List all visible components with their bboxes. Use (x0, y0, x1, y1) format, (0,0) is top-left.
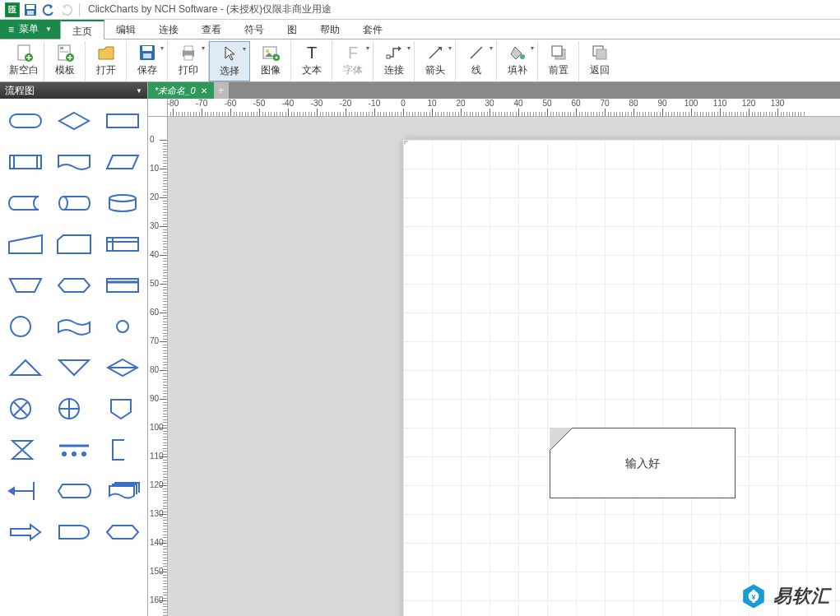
ribbon-template[interactable]: 模板 (44, 41, 86, 81)
ribbon-label: 返回 (590, 63, 610, 77)
shape-card2[interactable] (99, 268, 146, 303)
tab-help[interactable]: 帮助 (309, 20, 351, 39)
tab-view[interactable]: 查看 (190, 20, 233, 39)
chevron-down-icon: ▾ (448, 44, 452, 52)
ribbon-connect[interactable]: ▾ 连接 (374, 41, 415, 81)
svg-point-33 (59, 197, 67, 210)
shape-connector[interactable] (2, 309, 49, 344)
shape-preparation[interactable] (50, 268, 97, 303)
shape-terminator[interactable] (2, 104, 49, 138)
canvas-area[interactable]: -90-80-70-60-50-40-30-20-100102030405060… (148, 99, 840, 616)
save-icon (137, 43, 157, 63)
shape-document[interactable] (50, 145, 97, 179)
shape-arrow-right[interactable] (2, 515, 49, 549)
ribbon-text[interactable]: T 文本 (291, 41, 332, 81)
shape-extract[interactable] (2, 350, 49, 385)
fill-icon (508, 43, 527, 63)
shape-process[interactable] (99, 104, 146, 138)
shape-card[interactable] (50, 227, 97, 262)
new-tab-button[interactable]: + (214, 82, 229, 99)
close-icon[interactable]: ✕ (201, 86, 207, 95)
tab-symbol[interactable]: 符号 (233, 20, 276, 39)
document-tab[interactable]: *未命名_0 ✕ (148, 82, 214, 99)
tab-diagram[interactable]: 图 (276, 20, 309, 39)
ribbon-label: 新空白 (9, 63, 39, 77)
shape-decision[interactable] (50, 104, 97, 138)
bring-front-icon (549, 43, 569, 63)
ruler-corner (148, 99, 168, 117)
menu-tabs-row: ≡ 菜单 ▼ 主页 编辑 连接 查看 符号 图 帮助 套件 (0, 20, 840, 39)
title-bar: 匝 ClickCharts by NCH Software - (未授权)仅限非… (0, 0, 840, 20)
ribbon-new-blank[interactable]: 新空白 (3, 41, 44, 81)
window-title: ClickCharts by NCH Software - (未授权)仅限非商业… (88, 2, 332, 16)
main-menu-button[interactable]: ≡ 菜单 ▼ (0, 20, 60, 39)
shape-delay[interactable] (50, 515, 97, 549)
shape-internal-storage[interactable] (99, 227, 146, 262)
shape-manual-input[interactable] (2, 227, 49, 262)
shape-tape[interactable] (50, 309, 97, 344)
shape-predefined[interactable] (2, 145, 49, 179)
svg-point-40 (117, 321, 128, 332)
shape-collate[interactable] (2, 433, 49, 467)
shape-multidoc[interactable] (99, 474, 146, 508)
undo-icon[interactable] (41, 2, 56, 17)
svg-point-49 (63, 452, 66, 456)
chevron-down-icon: ▾ (490, 44, 493, 52)
ribbon-select[interactable]: ▾ 选择 (209, 41, 250, 81)
svg-rect-2 (27, 11, 34, 15)
ribbon-label: 文本 (302, 63, 322, 77)
horizontal-ruler: -90-80-70-60-50-40-30-20-100102030405060… (168, 99, 840, 117)
arrow-icon (425, 43, 445, 63)
shapes-panel-header[interactable]: 流程图 ▼ (0, 82, 147, 99)
ribbon-image[interactable]: 图像 (250, 41, 291, 81)
canvas-shape-card[interactable]: 输入好 (550, 428, 736, 498)
shape-stored-data[interactable] (2, 186, 49, 220)
svg-text:F: F (347, 44, 357, 62)
shape-loop[interactable] (99, 515, 146, 549)
chevron-down-icon: ▾ (531, 44, 534, 52)
ribbon-font[interactable]: ▾ F 字体 (332, 41, 374, 81)
shape-manual-op[interactable] (2, 268, 49, 303)
shape-bracket[interactable] (99, 433, 146, 467)
shape-data[interactable] (99, 145, 146, 179)
tab-home[interactable]: 主页 (60, 20, 104, 39)
shape-merge[interactable] (50, 350, 97, 385)
svg-rect-28 (10, 114, 41, 127)
ribbon-save[interactable]: ▾ 保存 (127, 41, 168, 81)
shapes-panel-title: 流程图 (5, 84, 35, 98)
tab-connect[interactable]: 连接 (147, 20, 190, 39)
shape-delay-dots[interactable] (50, 433, 97, 467)
redo-icon[interactable] (59, 2, 74, 17)
shape-transfer[interactable] (2, 474, 49, 508)
shape-offpage[interactable] (99, 391, 146, 426)
shape-direct-data[interactable] (50, 186, 97, 220)
ribbon-open[interactable]: 打开 (86, 41, 127, 81)
shape-or[interactable] (50, 391, 97, 426)
canvas-shape-text: 输入好 (550, 456, 735, 471)
ribbon-line[interactable]: ▾ 线 (456, 41, 497, 81)
shape-summing[interactable] (2, 391, 49, 426)
shape-small-circle[interactable] (99, 309, 146, 344)
ribbon-arrow[interactable]: ▾ 箭头 (415, 41, 456, 81)
save-icon[interactable] (23, 2, 38, 17)
watermark-logo-icon: ¥ (740, 583, 767, 609)
svg-point-50 (72, 452, 76, 456)
ribbon-fill[interactable]: ▾ 填补 (497, 41, 538, 81)
ribbon-back[interactable]: 返回 (579, 41, 620, 81)
tab-suite[interactable]: 套件 (351, 20, 394, 39)
tab-edit[interactable]: 编辑 (104, 20, 147, 39)
svg-rect-7 (60, 51, 68, 53)
ribbon-print[interactable]: ▾ 打印 (168, 41, 209, 81)
shape-database[interactable] (99, 186, 146, 220)
drawing-page[interactable]: 输入好 (403, 140, 840, 616)
print-icon (179, 43, 198, 63)
svg-rect-6 (60, 47, 63, 49)
shape-display[interactable] (50, 474, 97, 508)
svg-rect-11 (143, 53, 151, 58)
font-icon: F (343, 43, 363, 63)
ribbon-front[interactable]: 前置 (538, 41, 579, 81)
chevron-down-icon: ▾ (366, 44, 369, 52)
svg-rect-25 (552, 46, 562, 56)
shape-sort[interactable] (99, 350, 146, 385)
shapes-panel: 流程图 ▼ (0, 82, 148, 616)
